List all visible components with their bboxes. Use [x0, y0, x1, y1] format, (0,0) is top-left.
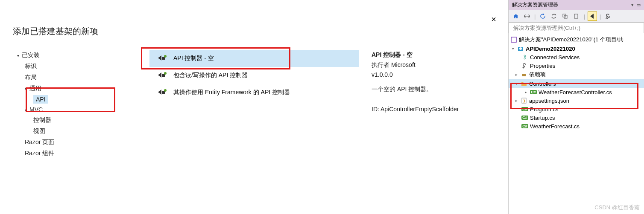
show-all-files-button[interactable] [571, 12, 581, 21]
tree-razor-page[interactable]: Razor 页面 [13, 137, 94, 148]
sync-button[interactable] [549, 12, 559, 21]
svg-rect-6 [511, 37, 516, 42]
solution-explorer: 解决方案资源管理器 ▾ ▭ | | | 解决方案"APIDemo20221020… [508, 0, 644, 214]
svg-point-1 [164, 72, 167, 75]
detail-id: ID: ApiControllerEmptyScaffolder [372, 104, 495, 114]
tree-common[interactable]: 通用 [13, 83, 94, 94]
close-button[interactable]: × [488, 13, 500, 26]
tree-mvc[interactable]: MVC [13, 104, 94, 115]
tree-razor-component[interactable]: Razor 组件 [13, 148, 94, 159]
svg-point-10 [524, 58, 526, 59]
appsettings-file[interactable]: ▸ appsettings.json [509, 96, 644, 105]
switch-view-button[interactable] [522, 12, 532, 21]
weather-controller-file[interactable]: ▸ C# WeatherForecastController.cs [509, 88, 644, 96]
detail-publisher: 执行者 Microsoft [372, 60, 495, 69]
controller-icon [156, 54, 167, 63]
connected-services-icon [521, 54, 528, 61]
svg-point-0 [164, 55, 167, 58]
template-label: 包含读/写操作的 API 控制器 [173, 72, 248, 79]
program-file[interactable]: C# Program.cs [509, 105, 644, 113]
tree-layout[interactable]: 布局 [13, 72, 94, 83]
solution-icon [510, 36, 517, 43]
svg-point-8 [519, 47, 522, 50]
properties-button[interactable] [588, 12, 597, 21]
expand-arrow-icon[interactable]: ▸ [525, 90, 530, 94]
home-button[interactable] [511, 12, 521, 21]
template-api-empty[interactable]: API 控制器 - 空 [149, 50, 359, 67]
template-api-ef[interactable]: 其操作使用 Entity Framework 的 API 控制器 [149, 84, 359, 101]
dialog-title: 添加已搭建基架的新项 [13, 26, 495, 37]
category-tree: 已安装 标识 布局 通用 API MVC 控制器 视图 Razor 页面 Raz… [13, 50, 102, 159]
tree-identity[interactable]: 标识 [13, 61, 94, 72]
svg-rect-5 [574, 14, 578, 18]
svg-rect-11 [522, 74, 526, 76]
watermark: CSDN @红目香薰 [594, 204, 640, 211]
search-input[interactable] [509, 23, 644, 33]
se-tree: 解决方案"APIDemo20221020"(1 个项目/共 ▾ APIDemo2… [509, 33, 644, 214]
template-details: API 控制器 - 空 执行者 Microsoft v1.0.0.0 一个空的 … [359, 50, 495, 159]
svg-point-9 [524, 55, 526, 57]
json-file-icon [521, 97, 527, 104]
cs-file-icon: C# [521, 106, 528, 113]
collapse-all-button[interactable] [560, 12, 570, 21]
template-label: 其操作使用 Entity Framework 的 API 控制器 [173, 89, 290, 96]
tree-installed[interactable]: 已安装 [13, 50, 94, 61]
properties-node[interactable]: Properties [509, 61, 644, 70]
solution-node[interactable]: 解决方案"APIDemo20221020"(1 个项目/共 [509, 35, 644, 44]
tree-view[interactable]: 视图 [13, 126, 94, 137]
dependencies-icon [521, 71, 527, 78]
weather-forecast-file[interactable]: C# WeatherForecast.cs [509, 122, 644, 130]
pin-icon[interactable]: ▭ [636, 2, 641, 8]
cs-file-icon: C# [521, 114, 528, 121]
cs-file-icon: C# [521, 123, 528, 130]
expand-arrow-icon[interactable]: ▸ [515, 72, 521, 77]
wrench-icon [521, 62, 528, 69]
template-api-rw[interactable]: 包含读/写操作的 API 控制器 [149, 67, 359, 84]
detail-description: 一个空的 API 控制器。 [372, 84, 495, 94]
se-toolbar: | | | [509, 10, 644, 23]
project-node[interactable]: ▾ APIDemo20221020 [509, 44, 644, 53]
cs-file-icon: C# [530, 89, 537, 95]
detail-version: v1.0.0.0 [372, 70, 495, 79]
se-search[interactable] [509, 23, 644, 33]
dropdown-icon[interactable]: ▾ [631, 2, 634, 8]
connected-services-node[interactable]: Connected Services [509, 53, 644, 61]
expand-arrow-icon[interactable]: ▾ [512, 46, 517, 51]
se-title: 解决方案资源管理器 [512, 1, 558, 9]
detail-name: API 控制器 - 空 [372, 50, 495, 59]
controllers-folder[interactable]: ▾ Controllers [509, 79, 644, 88]
wrench-button[interactable] [603, 12, 613, 21]
template-label: API 控制器 - 空 [173, 55, 214, 62]
project-icon [517, 45, 524, 52]
template-list: API 控制器 - 空 包含读/写操作的 API 控制器 其操作使用 Entit… [102, 50, 359, 159]
tree-controller[interactable]: 控制器 [13, 115, 94, 126]
refresh-button[interactable] [538, 12, 547, 21]
startup-file[interactable]: C# Startup.cs [509, 113, 644, 122]
expand-arrow-icon[interactable]: ▸ [515, 98, 521, 103]
controller-icon [156, 71, 167, 80]
svg-point-2 [164, 89, 167, 92]
folder-open-icon [521, 80, 527, 87]
dependencies-node[interactable]: ▸ 依赖项 [509, 70, 644, 79]
tree-api[interactable]: API [13, 94, 94, 104]
se-header: 解决方案资源管理器 ▾ ▭ [509, 0, 644, 10]
expand-arrow-icon[interactable]: ▾ [515, 81, 521, 86]
controller-icon [156, 88, 167, 97]
